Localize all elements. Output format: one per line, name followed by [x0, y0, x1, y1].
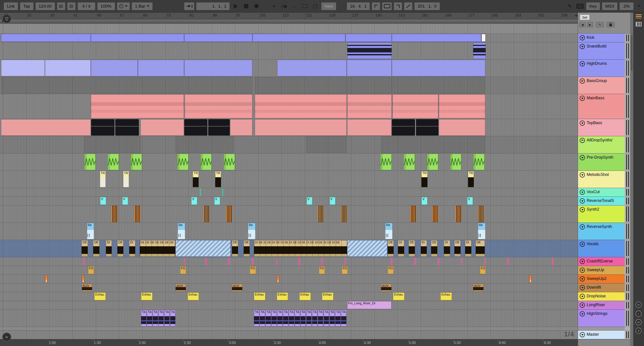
- clip[interactable]: [206, 258, 207, 265]
- lane-highstrings[interactable]: TATATATATATATATATATATATATATATATATATATATA…: [0, 310, 578, 327]
- clip[interactable]: V: [122, 197, 128, 205]
- lane-downlift[interactable]: AUVAUVAUVAUVAUV: [0, 283, 578, 292]
- clip[interactable]: Exhau: [300, 292, 311, 300]
- clip[interactable]: DE: [82, 240, 88, 257]
- time-ruler[interactable]: 1:001:302:002:303:003:304:004:305:005:30…: [0, 339, 578, 346]
- clip[interactable]: Exhau: [94, 292, 106, 300]
- nudge-up-button[interactable]: [67, 2, 76, 10]
- clip[interactable]: AUV: [176, 284, 186, 291]
- clip[interactable]: DE: [454, 240, 460, 257]
- clip[interactable]: [473, 154, 484, 170]
- track-fold-icon[interactable]: [580, 207, 585, 212]
- punch-out-button[interactable]: [394, 2, 402, 10]
- clip[interactable]: TR: [468, 171, 474, 187]
- loop-start-display[interactable]: 16. 4. 1: [347, 2, 370, 10]
- group-fold-icon[interactable]: [580, 138, 585, 143]
- clip[interactable]: [91, 119, 114, 136]
- lane-voxcut[interactable]: [0, 188, 578, 197]
- clip[interactable]: Exhau: [277, 292, 288, 300]
- lane-melodicshot[interactable]: TRTRTRTRTRTR: [0, 171, 578, 188]
- next-locator-button[interactable]: ▶: [587, 22, 593, 27]
- clip[interactable]: [91, 60, 138, 76]
- clip[interactable]: TA: [260, 310, 265, 326]
- track-header-longriser[interactable]: LongRiser: [578, 301, 625, 310]
- draw-mode-button[interactable]: ✎: [566, 2, 574, 10]
- lane-kick[interactable]: [0, 34, 578, 42]
- clip[interactable]: V: [306, 197, 312, 205]
- clip[interactable]: DE: [232, 240, 238, 257]
- clip[interactable]: [552, 258, 553, 265]
- track-header-vocals[interactable]: Vocals: [578, 240, 625, 257]
- clip[interactable]: [508, 258, 508, 265]
- track-fold-icon[interactable]: [580, 155, 585, 160]
- quantization-menu[interactable]: 1 Bar: [132, 2, 153, 10]
- clip[interactable]: [91, 34, 184, 42]
- clip[interactable]: [184, 119, 207, 136]
- clip[interactable]: [184, 60, 252, 76]
- track-header-sweepup[interactable]: SweepUp: [578, 266, 625, 275]
- automation-arm-button[interactable]: [280, 2, 288, 10]
- clip[interactable]: TA: [330, 310, 335, 326]
- track-fold-icon[interactable]: [580, 242, 585, 247]
- clip[interactable]: [255, 94, 347, 118]
- locator-set-button[interactable]: Set: [580, 14, 590, 20]
- clip[interactable]: TA: [318, 310, 323, 326]
- clip[interactable]: [277, 275, 279, 283]
- clip[interactable]: AUV: [381, 284, 392, 291]
- clip[interactable]: DI DE DI DE DI DE DI DE DI DE DI DE DI D…: [254, 240, 347, 257]
- lane-dropnoise[interactable]: ExhauExhauExhauExhauExhauExhauExhauExhau…: [0, 292, 578, 301]
- locator-lane[interactable]: [0, 24, 578, 34]
- vertical-scrollbar[interactable]: [630, 13, 633, 346]
- clip[interactable]: [228, 258, 230, 265]
- track-header-topbass[interactable]: TopBass: [578, 119, 625, 136]
- show-detail-view-button[interactable]: ≈: [2, 332, 11, 341]
- clip[interactable]: TA: [164, 310, 170, 326]
- cpu-menu-button[interactable]: [636, 2, 641, 10]
- track-fold-icon[interactable]: [580, 61, 585, 66]
- clip[interactable]: TR: [100, 171, 106, 187]
- clip[interactable]: DE: [244, 240, 250, 257]
- clip[interactable]: [185, 94, 252, 118]
- clip[interactable]: Re: [478, 223, 486, 239]
- clip[interactable]: DE: [409, 240, 415, 257]
- clip[interactable]: [380, 154, 392, 170]
- clip[interactable]: TA: [335, 310, 340, 326]
- clip[interactable]: [392, 77, 485, 94]
- clip[interactable]: [252, 258, 253, 265]
- clip[interactable]: TA: [254, 310, 259, 326]
- clip[interactable]: DI: [106, 240, 112, 257]
- clip[interactable]: [230, 119, 252, 136]
- track-fold-icon[interactable]: [580, 35, 585, 40]
- track-header-voxcut[interactable]: VoxCut: [578, 188, 625, 197]
- clip[interactable]: [277, 60, 347, 76]
- track-fold-icon[interactable]: [580, 267, 585, 273]
- lane-bassgroup[interactable]: [0, 77, 578, 94]
- clip[interactable]: [84, 136, 140, 153]
- clip[interactable]: [184, 258, 185, 265]
- track-header-kick[interactable]: Kick: [578, 34, 625, 42]
- time-signature-display[interactable]: 4 / 4: [78, 2, 96, 10]
- track-fold-icon[interactable]: [580, 190, 585, 195]
- computer-midi-keyboard-button[interactable]: [576, 2, 584, 10]
- clip[interactable]: FO: [480, 266, 486, 274]
- link-button[interactable]: Link: [4, 2, 18, 10]
- stop-button[interactable]: [242, 2, 250, 10]
- clip[interactable]: V: [100, 197, 106, 205]
- clip[interactable]: [416, 119, 438, 136]
- toggle-r-button[interactable]: r: [636, 310, 642, 317]
- mixer-lines-icon[interactable]: [636, 22, 642, 27]
- track-fold-icon[interactable]: [580, 198, 585, 203]
- clip[interactable]: [344, 258, 346, 265]
- clip[interactable]: [83, 258, 84, 265]
- lane-reversesynth[interactable]: ReReReReRe: [0, 223, 578, 240]
- clip[interactable]: [450, 154, 462, 170]
- clip[interactable]: [1, 77, 252, 94]
- clip[interactable]: [392, 94, 438, 118]
- clip[interactable]: Re: [178, 223, 185, 239]
- track-header-mainbass[interactable]: MainBass: [578, 94, 625, 119]
- toggle-d-button[interactable]: d: [636, 328, 642, 334]
- clip[interactable]: V: [191, 197, 197, 205]
- clip[interactable]: FO: [319, 266, 325, 274]
- track-header-predropsynth[interactable]: Pre-DropSynth: [578, 154, 625, 171]
- clip[interactable]: [427, 154, 438, 170]
